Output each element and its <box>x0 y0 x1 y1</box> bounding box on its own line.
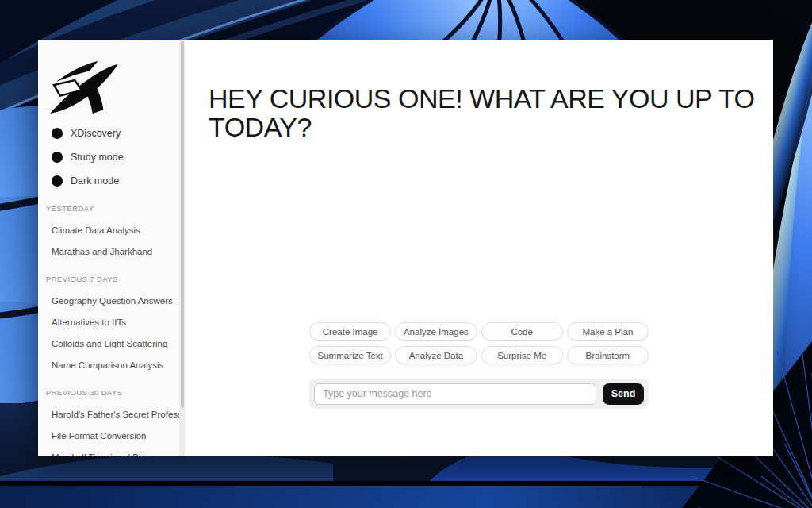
circle-icon <box>52 175 63 187</box>
nav-item-dark-mode[interactable]: Dark mode <box>38 169 179 193</box>
chat-history-item[interactable]: Marshall Tiwari and Birsa <box>38 446 179 456</box>
sidebar-scrollbar-thumb[interactable] <box>181 41 184 408</box>
history-section: PREVIOUS 30 DAYSHarold's Father's Secret… <box>38 382 179 456</box>
suggestion-chip-surprise-me[interactable]: Surprise Me <box>481 346 563 364</box>
chat-history-item[interactable]: Climate Data Analysis <box>38 219 179 241</box>
chat-history-item[interactable]: Name Comparison Analysis <box>38 354 179 375</box>
history-section: PREVIOUS 7 DAYSGeography Question Answer… <box>38 268 179 375</box>
suggestion-chip-brainstorm[interactable]: Brainstorm <box>567 346 649 364</box>
history-section: YESTERDAYClimate Data AnalysisMarathas a… <box>38 198 179 262</box>
xdiscovery-logo[interactable] <box>48 52 121 115</box>
message-input[interactable] <box>314 383 596 405</box>
chat-history-item[interactable]: Harold's Father's Secret Profession <box>38 403 179 425</box>
history-section-header: PREVIOUS 7 DAYS <box>38 268 179 290</box>
desktop: XDiscoveryStudy modeDark mode YESTERDAYC… <box>0 0 812 508</box>
chat-history-item[interactable]: File Format Conversion <box>38 425 179 446</box>
suggestion-chip-summarize-text[interactable]: Summarize Text <box>309 346 391 364</box>
suggestion-chips: Create ImageAnalyze ImagesCodeMake a Pla… <box>309 322 649 364</box>
suggestion-chip-analyze-images[interactable]: Analyze Images <box>395 322 477 341</box>
suggestion-chip-analyze-data[interactable]: Analyze Data <box>395 346 477 364</box>
nav-item-study-mode[interactable]: Study mode <box>38 145 179 169</box>
chat-history-item[interactable]: Alternatives to IITs <box>38 311 179 333</box>
composer-area: Create ImageAnalyze ImagesCodeMake a Pla… <box>309 322 649 409</box>
chat-history-item[interactable]: Marathas and Jharkhand <box>38 241 179 262</box>
circle-icon <box>52 152 63 163</box>
nav-item-label: Study mode <box>71 152 124 163</box>
sidebar: XDiscoveryStudy modeDark mode YESTERDAYC… <box>38 40 180 456</box>
suggestion-chip-code[interactable]: Code <box>481 322 563 341</box>
chat-history-item[interactable]: Geography Question Answers <box>38 290 179 311</box>
sidebar-nav: XDiscoveryStudy modeDark mode <box>38 121 179 193</box>
suggestion-chip-create-image[interactable]: Create Image <box>309 322 391 341</box>
chat-history-item[interactable]: Colloids and Light Scattering <box>38 333 179 354</box>
app-window: XDiscoveryStudy modeDark mode YESTERDAYC… <box>38 40 773 456</box>
main-content: HEY CURIOUS ONE! WHAT ARE YOU UP TO TODA… <box>185 40 773 456</box>
greeting-heading: HEY CURIOUS ONE! WHAT ARE YOU UP TO TODA… <box>209 84 764 141</box>
history-section-header: YESTERDAY <box>38 198 179 219</box>
circle-icon <box>52 128 63 139</box>
nav-item-label: Dark mode <box>71 175 119 187</box>
send-button[interactable]: Send <box>603 383 644 405</box>
chat-history: YESTERDAYClimate Data AnalysisMarathas a… <box>38 198 179 456</box>
composer-panel: Send <box>309 379 649 409</box>
nav-item-label: XDiscovery <box>71 128 121 139</box>
suggestion-chip-make-a-plan[interactable]: Make a Plan <box>567 322 649 341</box>
xdiscovery-logo-icon <box>48 52 121 115</box>
nav-item-xdiscovery[interactable]: XDiscovery <box>38 121 179 145</box>
history-section-header: PREVIOUS 30 DAYS <box>38 382 179 403</box>
